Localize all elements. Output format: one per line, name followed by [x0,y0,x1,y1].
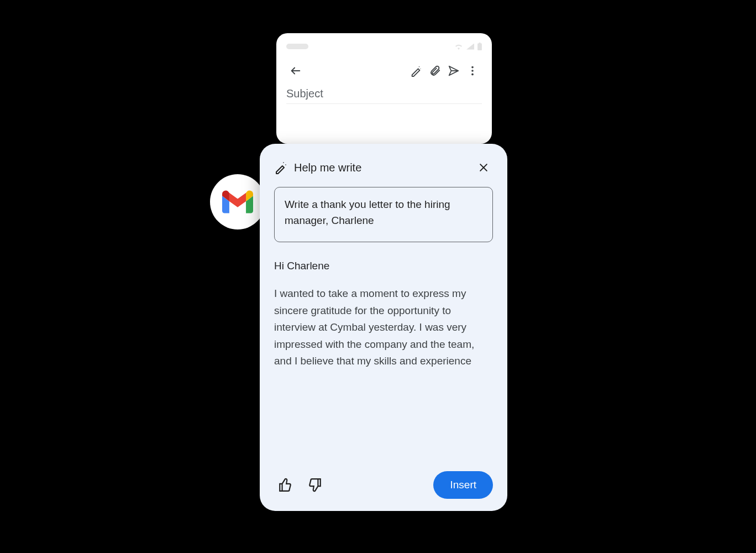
help-me-write-panel: Help me write Hi Charlene I wanted to ta… [260,144,507,511]
generated-text: Hi Charlene I wanted to take a moment to… [274,258,493,463]
prompt-input[interactable] [285,196,482,231]
subject-input[interactable] [286,87,482,100]
thumbs-down-button[interactable] [304,474,326,496]
thumbs-up-icon [278,478,292,492]
phone-status-bar [286,41,482,52]
attach-button[interactable] [426,61,444,80]
send-icon [448,65,460,77]
generated-greeting: Hi Charlene [274,258,493,274]
magic-write-button[interactable] [407,61,426,80]
close-icon [478,162,489,173]
signal-icon [466,43,474,50]
back-button[interactable] [286,61,305,80]
close-button[interactable] [474,158,493,177]
magic-pencil-icon [410,65,422,77]
compose-toolbar [286,60,482,82]
gmail-icon [222,190,253,213]
svg-point-2 [471,66,474,69]
more-button[interactable] [463,61,482,80]
magic-pencil-icon [274,161,287,174]
wifi-icon [454,43,463,50]
panel-title: Help me write [294,161,361,174]
svg-point-4 [471,74,474,76]
generated-body: I wanted to take a moment to express my … [274,285,493,369]
gmail-badge [210,174,265,229]
send-button[interactable] [444,61,463,80]
thumbs-up-button[interactable] [274,474,296,496]
battery-icon [477,43,482,50]
gmail-compose-card [276,33,492,144]
svg-point-3 [471,70,474,72]
thumbs-down-icon [308,478,322,492]
insert-button[interactable]: Insert [433,471,493,499]
prompt-box [274,187,493,242]
status-pill [286,44,308,49]
arrow-left-icon [290,65,302,77]
more-vert-icon [466,65,479,77]
paperclip-icon [429,65,441,77]
